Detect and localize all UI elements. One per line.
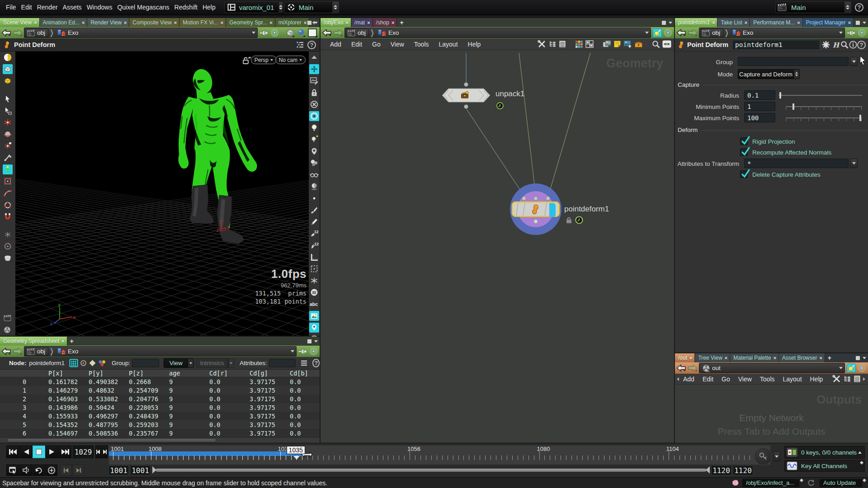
path-forward-button[interactable]	[333, 29, 343, 37]
net-menu-add[interactable]: Add	[325, 41, 346, 48]
maximize-pane-icon[interactable]	[307, 339, 311, 343]
brain-icon[interactable]	[731, 479, 739, 486]
maximize-pane-icon[interactable]	[307, 21, 311, 25]
snapshot-icon[interactable]	[653, 28, 662, 37]
column-header[interactable]: P[z]	[120, 370, 160, 377]
point-row[interactable]: 30.1439860.504240.22805390.03.971750.0	[0, 403, 320, 412]
key-all-channels-button[interactable]: Key All Channels	[784, 460, 865, 472]
network-grid-icon[interactable]	[585, 40, 594, 48]
group-box-icon[interactable]	[309, 264, 319, 274]
handles-edit-icon[interactable]	[3, 176, 13, 186]
snapshot-icon[interactable]	[847, 364, 856, 372]
link-group-icon[interactable]	[664, 28, 672, 37]
slider-handle[interactable]	[793, 103, 794, 110]
right-desktop-spinner[interactable]	[844, 2, 851, 13]
inactive-radial-icon[interactable]	[3, 241, 13, 251]
path-chip-exo[interactable]: Exo	[376, 28, 402, 37]
tab-composite-view[interactable]: Composite View×	[129, 18, 179, 27]
point-numbers-icon[interactable]: 12	[309, 229, 319, 239]
path-forward-button[interactable]	[688, 364, 698, 372]
asset-chest-icon[interactable]	[634, 40, 643, 48]
net-menu-go[interactable]: Go	[367, 41, 386, 48]
play-reverse-button[interactable]	[20, 446, 32, 458]
circle-tool-icon[interactable]	[3, 200, 13, 210]
close-icon[interactable]: ×	[34, 20, 37, 25]
scene-reel-icon[interactable]	[3, 325, 13, 335]
scene-objects-icon[interactable]	[3, 76, 13, 86]
go-to-start-button[interactable]	[6, 446, 19, 458]
3d-viewport[interactable]: y x z Persp No cam 1.0fps 962.79ms 131,5…	[15, 52, 309, 336]
primitives-mode-icon[interactable]	[89, 359, 96, 367]
close-icon[interactable]: ×	[797, 20, 800, 25]
out-menu-edit[interactable]: Edit	[698, 375, 717, 383]
desktop-select[interactable]: varomix_01	[224, 1, 279, 13]
slider-handle[interactable]	[779, 92, 781, 99]
stop-button[interactable]	[33, 446, 45, 458]
select-tool-icon[interactable]	[3, 94, 13, 104]
view-tool-icon[interactable]	[3, 52, 13, 62]
range-slider[interactable]	[152, 466, 710, 474]
net-menu-help[interactable]: Help	[463, 41, 486, 48]
delete-capture-checkbox[interactable]	[740, 170, 748, 178]
tab-mat[interactable]: /mat×	[351, 18, 373, 27]
pen-display-icon[interactable]	[309, 217, 319, 227]
close-icon[interactable]: ×	[392, 20, 394, 25]
houdini-help-icon[interactable]: H	[832, 41, 840, 49]
point-row[interactable]: 50.1543520.4877950.25920390.03.971750.0	[0, 420, 320, 429]
refresh-icon[interactable]	[807, 479, 816, 487]
maxpoints-slider[interactable]	[786, 115, 862, 121]
points-mode-icon[interactable]	[69, 359, 78, 367]
pane-menu-icon[interactable]	[863, 22, 866, 24]
camera-menu[interactable]: No cam	[275, 56, 306, 64]
path-dropdown-icon[interactable]	[839, 32, 843, 34]
path-chip-exo[interactable]: Exo	[55, 28, 81, 37]
path-back-button[interactable]	[322, 29, 332, 37]
close-icon[interactable]: ×	[745, 20, 747, 25]
out-menu-add[interactable]: Add	[679, 375, 698, 383]
axes-display-icon[interactable]	[309, 276, 319, 286]
playbar-options-button[interactable]	[6, 465, 19, 476]
character-model[interactable]: y x z	[178, 67, 257, 244]
go-range-end-button[interactable]	[72, 465, 84, 476]
menu-edit[interactable]: Edit	[20, 0, 33, 14]
go-range-start-button[interactable]	[60, 465, 72, 476]
timeline-ruler[interactable]: 1001100810321056108011041035	[108, 445, 771, 465]
color-palette-icon[interactable]	[575, 40, 583, 48]
desktop-select-spinner[interactable]	[278, 2, 283, 13]
current-frame-field[interactable]: 1029	[72, 445, 94, 459]
spreadsheet-path-field[interactable]: obj ❯ Exo	[24, 346, 297, 357]
maximize-pane-icon[interactable]	[662, 21, 666, 25]
scheme-select[interactable]: Main	[284, 1, 339, 13]
tab-tree-view[interactable]: Tree View×	[695, 353, 730, 362]
key-button[interactable]	[754, 447, 772, 465]
stereo-icon[interactable]	[309, 170, 319, 180]
tree-view-icon[interactable]	[844, 375, 851, 383]
node-unpack1[interactable]	[442, 82, 503, 109]
display-sphere-icon[interactable]	[297, 28, 306, 37]
path-dropdown-icon[interactable]	[645, 32, 649, 34]
key-all-spinner[interactable]	[860, 461, 863, 471]
column-header[interactable]: age	[160, 370, 201, 377]
tab-animation-editor[interactable]: Animation Ed...×	[40, 18, 88, 27]
annotate-icon[interactable]	[309, 76, 319, 86]
close-icon[interactable]: ×	[689, 356, 692, 360]
sticky-note-icon[interactable]	[613, 40, 621, 48]
step-back-button[interactable]	[95, 446, 101, 458]
outputs-path-field[interactable]: out	[699, 363, 845, 373]
scheme-select-spinner[interactable]	[332, 2, 339, 13]
rotate-tool-icon[interactable]	[3, 129, 13, 139]
column-header[interactable]: Cd[r]	[201, 370, 241, 377]
intrinsics-dropdown[interactable]: Intrinsics	[196, 358, 234, 368]
vertices-mode-icon[interactable]	[80, 360, 87, 366]
info-icon[interactable]	[849, 41, 857, 49]
params-path-field[interactable]: obj ❯ Exo	[699, 28, 845, 38]
camera-lock-icon[interactable]	[242, 56, 251, 65]
slider-handle[interactable]	[859, 115, 861, 121]
path-back-button[interactable]	[1, 29, 11, 37]
new-tab-button[interactable]: +	[67, 337, 76, 346]
bones-tool-icon[interactable]	[3, 153, 13, 163]
path-chip-exo[interactable]: Exo	[730, 28, 756, 37]
pane-menu-icon[interactable]	[863, 357, 866, 359]
range-end-handle[interactable]	[706, 466, 710, 474]
out-menu-go[interactable]: Go	[717, 375, 734, 383]
